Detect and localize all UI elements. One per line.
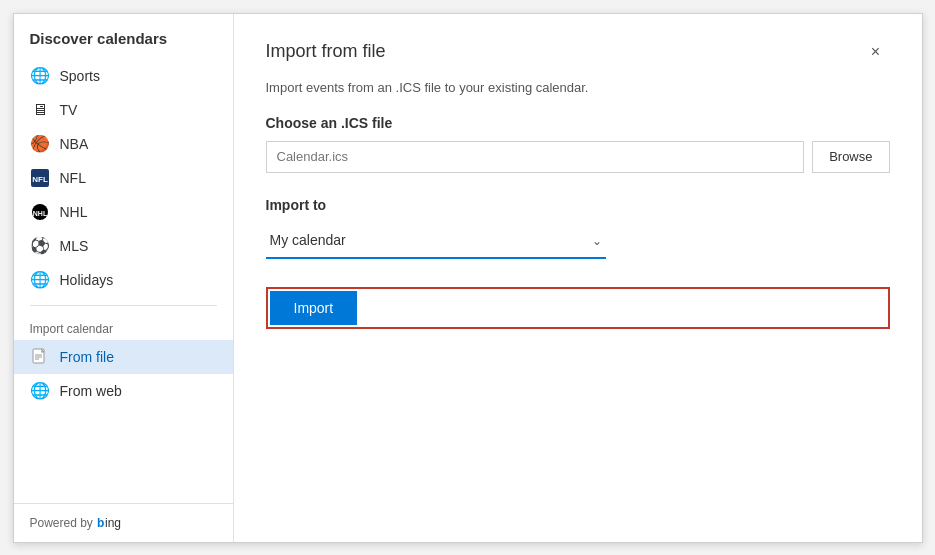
sidebar-item-nhl[interactable]: NHL NHL: [14, 195, 233, 229]
bing-logo-icon: b ing: [97, 516, 127, 530]
nhl-icon: NHL: [30, 202, 50, 222]
dialog-header: Import from file ×: [266, 38, 890, 66]
nba-icon: 🏀: [30, 134, 50, 154]
sidebar-item-mls[interactable]: ⚽ MLS: [14, 229, 233, 263]
file-text-input[interactable]: [266, 141, 805, 173]
sidebar-item-label: From web: [60, 383, 122, 399]
file-section-label: Choose an .ICS file: [266, 115, 890, 131]
app-window: Discover calendars 🌐 Sports 🖥 TV 🏀 NBA N…: [13, 13, 923, 543]
sidebar-item-holidays[interactable]: 🌐 Holidays: [14, 263, 233, 297]
holidays-icon: 🌐: [30, 270, 50, 290]
sidebar-item-label: Holidays: [60, 272, 114, 288]
tv-icon: 🖥: [30, 100, 50, 120]
sidebar-divider: [30, 305, 217, 306]
import-to-label: Import to: [266, 197, 890, 213]
from-file-icon: [30, 347, 50, 367]
sidebar-item-nba[interactable]: 🏀 NBA: [14, 127, 233, 161]
svg-text:b: b: [97, 516, 104, 530]
calendar-dropdown[interactable]: My calendar Other calendar: [266, 223, 606, 259]
close-button[interactable]: ×: [862, 38, 890, 66]
sidebar-item-label: NHL: [60, 204, 88, 220]
svg-text:NHL: NHL: [32, 210, 47, 217]
sidebar-item-label: From file: [60, 349, 114, 365]
mls-icon: ⚽: [30, 236, 50, 256]
svg-text:ing: ing: [105, 516, 121, 530]
sidebar-item-nfl[interactable]: NFL NFL: [14, 161, 233, 195]
import-button-wrapper: Import: [266, 287, 890, 329]
sidebar-item-from-web[interactable]: 🌐 From web: [14, 374, 233, 408]
browse-button[interactable]: Browse: [812, 141, 889, 173]
sidebar: Discover calendars 🌐 Sports 🖥 TV 🏀 NBA N…: [14, 14, 234, 542]
sidebar-title: Discover calendars: [14, 30, 233, 59]
import-button[interactable]: Import: [270, 291, 358, 325]
sidebar-item-label: NFL: [60, 170, 86, 186]
sidebar-item-tv[interactable]: 🖥 TV: [14, 93, 233, 127]
sidebar-item-sports[interactable]: 🌐 Sports: [14, 59, 233, 93]
calendar-dropdown-wrapper: My calendar Other calendar ⌄: [266, 223, 606, 259]
main-content: Import from file × Import events from an…: [234, 14, 922, 542]
dialog-title: Import from file: [266, 41, 386, 62]
nfl-icon: NFL: [30, 168, 50, 188]
svg-text:NFL: NFL: [32, 175, 48, 184]
sports-icon: 🌐: [30, 66, 50, 86]
sidebar-footer: Powered by b ing: [14, 503, 233, 542]
dropdown-row: My calendar Other calendar ⌄: [266, 223, 890, 259]
from-web-icon: 🌐: [30, 381, 50, 401]
import-section-label: Import calendar: [14, 314, 233, 340]
sidebar-item-label: MLS: [60, 238, 89, 254]
sidebar-item-from-file[interactable]: From file: [14, 340, 233, 374]
sidebar-item-label: NBA: [60, 136, 89, 152]
sidebar-item-label: Sports: [60, 68, 100, 84]
file-input-row: Browse: [266, 141, 890, 173]
sidebar-item-label: TV: [60, 102, 78, 118]
powered-by-text: Powered by: [30, 516, 93, 530]
dialog-description: Import events from an .ICS file to your …: [266, 80, 890, 95]
